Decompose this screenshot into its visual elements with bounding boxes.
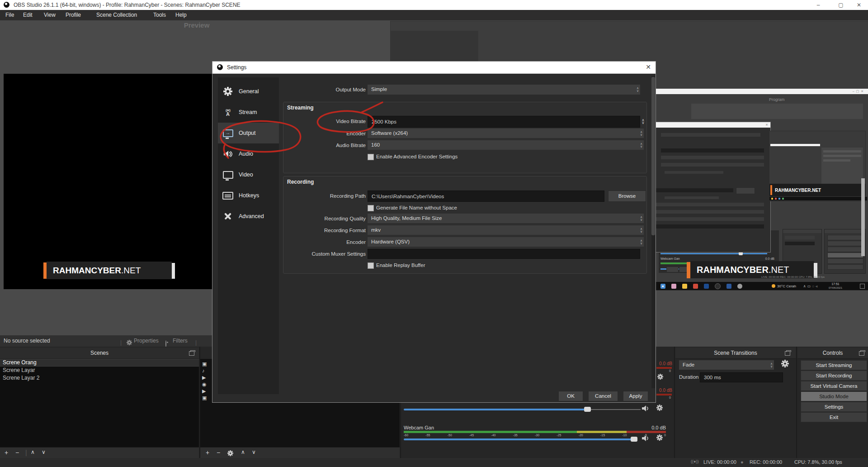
scene-down-button[interactable]: ∨: [42, 449, 46, 455]
dialog-scrollbar[interactable]: [651, 76, 655, 388]
window-title: OBS Studio 26.1.1 (64-bit, windows) - Pr…: [14, 2, 241, 8]
chrome-icon: [660, 284, 665, 289]
generate-filename-checkbox[interactable]: [368, 205, 374, 211]
mixer-webcam-slider[interactable]: [404, 438, 632, 440]
menu-edit[interactable]: Edit: [23, 12, 33, 18]
duration-input[interactable]: [700, 372, 783, 382]
minimize-button[interactable]: –: [809, 0, 827, 10]
recording-path-label: Recording Path: [281, 193, 366, 199]
start-streaming-button[interactable]: Start Streaming: [801, 360, 867, 370]
display-icon: ▣: [202, 361, 207, 367]
settings-titlebar: Settings ✕: [212, 62, 656, 74]
exit-button[interactable]: Exit: [801, 412, 867, 422]
settings-dialog: Settings ✕ General ((●))A Stream → Outpu…: [212, 61, 656, 403]
mixer-row2-meter: [656, 394, 672, 396]
mixer-row1-meter: [656, 367, 672, 369]
notification-icon: [860, 284, 865, 289]
recording-format-select[interactable]: mkv ∧∨: [368, 225, 644, 235]
mixer-row2-slider-handle[interactable]: [584, 407, 591, 412]
menu-file[interactable]: File: [5, 12, 14, 18]
mixer-webcam-name: Webcam Gan: [404, 425, 434, 430]
ok-button[interactable]: OK: [558, 391, 583, 401]
mixer-row2-slider[interactable]: [404, 409, 585, 410]
filters-button[interactable]: Filters: [173, 335, 188, 347]
mixer-scale: -60-55 -50-45 -40-35 -30-25 -20-15 -10-5…: [404, 434, 666, 437]
scene-item[interactable]: Screne Orang: [0, 359, 199, 367]
remove-source-button[interactable]: −: [217, 449, 220, 456]
settings-button[interactable]: Settings: [801, 402, 867, 412]
mixer-webcam-slider-handle[interactable]: [631, 437, 637, 442]
apply-button[interactable]: Apply: [623, 391, 648, 401]
transitions-dock-icon[interactable]: [785, 351, 790, 356]
mixer-row1-db: 0.0 dB: [655, 361, 672, 366]
status-cpu: CPU: 7.8%, 30.00 fps: [794, 459, 842, 465]
menu-help[interactable]: Help: [175, 12, 187, 18]
menu-tools[interactable]: Tools: [153, 12, 166, 18]
sidebar-item-advanced[interactable]: Advanced: [218, 206, 279, 227]
audio-bitrate-label: Audio Bitrate: [281, 143, 366, 148]
controls-dock-icon[interactable]: [859, 351, 864, 356]
recording-path-input[interactable]: [368, 191, 604, 202]
source-up-button[interactable]: ∧: [241, 449, 245, 455]
close-button[interactable]: ✕: [850, 0, 868, 10]
source-down-button[interactable]: ∨: [252, 449, 256, 455]
replay-buffer-checkbox[interactable]: [368, 262, 374, 269]
scenes-header: Scenes: [0, 348, 199, 359]
banner-white-bar: [172, 263, 175, 279]
stream-encoder-select[interactable]: Software (x264) ∧∨: [368, 129, 644, 138]
start-virtual-camera-button[interactable]: Start Virtual Camera: [801, 381, 867, 391]
source-gear-icon[interactable]: [227, 450, 233, 457]
nested-banner-2-text: RAHMANCYBER.NET: [775, 188, 821, 193]
scene-up-button[interactable]: ∧: [31, 449, 35, 455]
scene-item[interactable]: Screne Layar: [0, 367, 199, 374]
window-titlebar: OBS Studio 26.1.1 (64-bit, windows) - Pr…: [0, 0, 868, 10]
gear-icon: [222, 86, 233, 97]
controls-header: Controls: [797, 348, 868, 359]
mixer-webcam-db: 0.0 dB: [639, 425, 666, 430]
add-source-button[interactable]: +: [206, 449, 209, 456]
maximize-button[interactable]: ▢: [832, 0, 850, 10]
stream-encoder-label: Encoder: [281, 131, 366, 136]
sidebar-item-general[interactable]: General: [218, 81, 279, 102]
scene-item[interactable]: Screne Layar 2: [0, 374, 199, 382]
nested-scrollbar: [861, 178, 865, 256]
sidebar-item-video[interactable]: Video: [218, 164, 279, 185]
menu-view[interactable]: View: [44, 12, 56, 18]
cancel-button[interactable]: Cancel: [588, 391, 618, 401]
app-icon: [737, 284, 742, 289]
settings-close-button[interactable]: ✕: [646, 63, 651, 71]
sidebar-item-stream[interactable]: ((●))A Stream: [218, 102, 279, 123]
video-bitrate-input[interactable]: [368, 116, 640, 128]
recording-quality-select[interactable]: High Quality, Medium File Size ∧∨: [368, 214, 644, 223]
scenes-toolbar: + − | ∧ ∨: [0, 447, 199, 458]
speaker-icon: [222, 148, 233, 159]
mixer-webcam-speaker-icon[interactable]: [642, 435, 650, 443]
add-scene-button[interactable]: +: [5, 449, 8, 456]
start-recording-button[interactable]: Start Recording: [801, 371, 867, 381]
studio-mode-button[interactable]: Studio Mode: [801, 391, 867, 401]
sidebar-item-audio[interactable]: Audio: [218, 143, 279, 164]
advanced-encoder-checkbox[interactable]: [368, 154, 374, 160]
recording-encoder-label: Encoder: [281, 239, 366, 245]
mixer-row2-gear-icon[interactable]: [656, 405, 663, 412]
monitor-arrow-icon: →: [222, 128, 233, 138]
remove-scene-button[interactable]: −: [15, 449, 19, 456]
sidebar-item-hotkeys[interactable]: Hotkeys: [218, 185, 279, 206]
properties-button[interactable]: Properties: [134, 335, 159, 347]
transition-gear-icon[interactable]: [781, 360, 789, 369]
mixer-row2-speaker-icon[interactable]: [642, 405, 650, 413]
output-mode-select[interactable]: Simple ∧∨: [368, 85, 640, 95]
mixer-webcam-gear-icon[interactable]: [656, 434, 663, 442]
mic-icon: ♪: [202, 367, 207, 374]
video-bitrate-spinner[interactable]: ∧∨: [632, 116, 654, 128]
recording-encoder-select[interactable]: Hardware (QSV) ∧∨: [368, 237, 644, 247]
sidebar-item-output[interactable]: → Output: [218, 123, 279, 143]
scenes-dock-icon[interactable]: [189, 351, 194, 356]
browse-button[interactable]: Browse: [608, 191, 646, 202]
audio-bitrate-select[interactable]: 160 ∧∨: [368, 140, 644, 150]
mixer-row1-gear-icon[interactable]: [657, 374, 663, 381]
menu-scene-collection[interactable]: Scene Collection: [96, 12, 137, 18]
custom-muxer-input[interactable]: [368, 249, 640, 259]
transition-select[interactable]: Fade ∧∨: [679, 360, 774, 370]
menu-profile[interactable]: Profile: [66, 12, 81, 18]
